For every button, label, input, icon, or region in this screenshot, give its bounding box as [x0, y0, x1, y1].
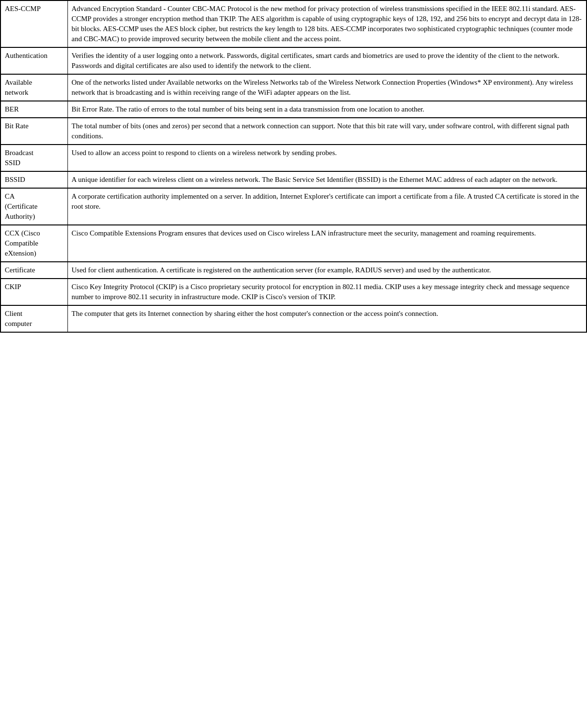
table-row: CertificateUsed for client authenticatio…: [0, 262, 587, 279]
description-cell: A corporate certification authority impl…: [67, 188, 587, 225]
term-cell: Authentication: [0, 47, 67, 74]
description-cell: Verifies the identity of a user logging …: [67, 47, 587, 74]
term-cell: Available network: [0, 74, 67, 101]
term-cell: Bit Rate: [0, 118, 67, 145]
description-cell: Cisco Compatible Extensions Program ensu…: [67, 225, 587, 262]
description-cell: Used to allow an access point to respond…: [67, 145, 587, 171]
table-row: Client computerThe computer that gets it…: [0, 305, 587, 332]
term-cell: CA (Certificate Authority): [0, 188, 67, 225]
table-row: AES-CCMPAdvanced Encryption Standard - C…: [0, 0, 587, 47]
term-cell: AES-CCMP: [0, 0, 67, 47]
table-row: BSSIDA unique identifier for each wirele…: [0, 171, 587, 188]
term-cell: CCX (Cisco Compatible eXtension): [0, 225, 67, 262]
term-cell: Client computer: [0, 305, 67, 332]
description-cell: Cisco Key Integrity Protocol (CKIP) is a…: [67, 279, 587, 305]
description-cell: One of the networks listed under Availab…: [67, 74, 587, 101]
term-cell: Broadcast SSID: [0, 145, 67, 171]
table-row: Available networkOne of the networks lis…: [0, 74, 587, 101]
description-cell: Used for client authentication. A certif…: [67, 262, 587, 279]
term-cell: Certificate: [0, 262, 67, 279]
description-cell: The computer that gets its Internet conn…: [67, 305, 587, 332]
description-cell: Advanced Encryption Standard - Counter C…: [67, 0, 587, 47]
description-cell: Bit Error Rate. The ratio of errors to t…: [67, 101, 587, 118]
table-row: BERBit Error Rate. The ratio of errors t…: [0, 101, 587, 118]
term-cell: BER: [0, 101, 67, 118]
table-row: CKIPCisco Key Integrity Protocol (CKIP) …: [0, 279, 587, 305]
table-row: Broadcast SSIDUsed to allow an access po…: [0, 145, 587, 171]
term-cell: CKIP: [0, 279, 67, 305]
table-row: AuthenticationVerifies the identity of a…: [0, 47, 587, 74]
table-row: Bit RateThe total number of bits (ones a…: [0, 118, 587, 145]
table-row: CCX (Cisco Compatible eXtension)Cisco Co…: [0, 225, 587, 262]
description-cell: A unique identifier for each wireless cl…: [67, 171, 587, 188]
glossary-table: AES-CCMPAdvanced Encryption Standard - C…: [0, 0, 587, 333]
table-row: CA (Certificate Authority)A corporate ce…: [0, 188, 587, 225]
term-cell: BSSID: [0, 171, 67, 188]
description-cell: The total number of bits (ones and zeros…: [67, 118, 587, 145]
